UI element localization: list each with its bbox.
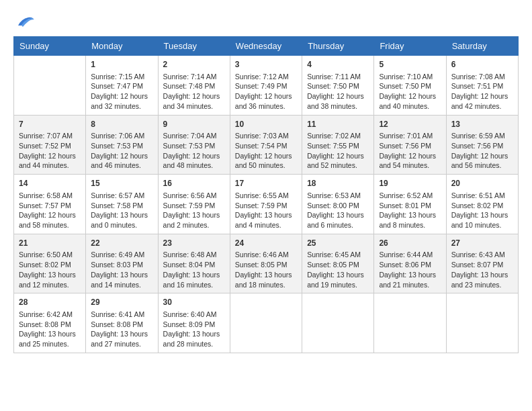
calendar-cell [230, 293, 302, 353]
day-number: 14 [19, 178, 81, 189]
day-info: Sunrise: 7:14 AMSunset: 7:48 PMDaylight:… [163, 72, 225, 111]
day-number: 18 [307, 178, 369, 189]
day-info: Sunrise: 7:11 AMSunset: 7:50 PMDaylight:… [307, 72, 369, 111]
calendar-cell [374, 293, 446, 353]
calendar-cell: 10Sunrise: 7:03 AMSunset: 7:54 PMDayligh… [230, 115, 302, 175]
calendar-cell: 18Sunrise: 6:53 AMSunset: 8:00 PMDayligh… [302, 175, 374, 234]
day-number: 2 [163, 59, 225, 71]
calendar-cell [14, 56, 86, 116]
calendar-cell: 29Sunrise: 6:41 AMSunset: 8:08 PMDayligh… [86, 293, 158, 353]
day-number: 15 [91, 178, 152, 189]
calendar-cell: 8Sunrise: 7:06 AMSunset: 7:53 PMDaylight… [86, 115, 158, 175]
day-info: Sunrise: 6:58 AMSunset: 7:57 PMDaylight:… [19, 191, 81, 230]
day-number: 1 [91, 59, 152, 71]
day-info: Sunrise: 6:50 AMSunset: 8:02 PMDaylight:… [19, 250, 81, 289]
calendar-cell: 23Sunrise: 6:48 AMSunset: 8:04 PMDayligh… [158, 234, 230, 293]
week-row-4: 21Sunrise: 6:50 AMSunset: 8:02 PMDayligh… [14, 234, 519, 293]
calendar-cell: 20Sunrise: 6:51 AMSunset: 8:02 PMDayligh… [446, 175, 518, 234]
header-day-monday: Monday [86, 37, 158, 56]
day-info: Sunrise: 6:45 AMSunset: 8:05 PMDaylight:… [307, 250, 369, 289]
page-header [13, 13, 519, 30]
day-info: Sunrise: 6:48 AMSunset: 8:04 PMDaylight:… [163, 250, 225, 289]
day-info: Sunrise: 6:43 AMSunset: 8:07 PMDaylight:… [451, 250, 513, 289]
logo-bird-icon [15, 13, 35, 30]
day-info: Sunrise: 6:40 AMSunset: 8:09 PMDaylight:… [163, 310, 225, 349]
day-info: Sunrise: 6:51 AMSunset: 8:02 PMDaylight:… [451, 191, 513, 230]
day-number: 13 [451, 119, 513, 130]
day-info: Sunrise: 7:10 AMSunset: 7:50 PMDaylight:… [379, 72, 441, 111]
day-number: 3 [235, 59, 297, 71]
day-number: 19 [379, 178, 441, 189]
day-number: 16 [163, 178, 225, 189]
calendar-cell: 17Sunrise: 6:55 AMSunset: 7:59 PMDayligh… [230, 175, 302, 234]
calendar-cell: 24Sunrise: 6:46 AMSunset: 8:05 PMDayligh… [230, 234, 302, 293]
day-info: Sunrise: 7:04 AMSunset: 7:53 PMDaylight:… [163, 131, 225, 171]
day-number: 7 [19, 119, 81, 130]
calendar-cell: 5Sunrise: 7:10 AMSunset: 7:50 PMDaylight… [374, 56, 446, 116]
calendar-cell: 19Sunrise: 6:52 AMSunset: 8:01 PMDayligh… [374, 175, 446, 234]
day-number: 25 [307, 238, 369, 249]
day-number: 17 [235, 178, 297, 189]
week-row-1: 1Sunrise: 7:15 AMSunset: 7:47 PMDaylight… [14, 56, 519, 116]
week-row-2: 7Sunrise: 7:07 AMSunset: 7:52 PMDaylight… [14, 115, 519, 175]
calendar-table: SundayMondayTuesdayWednesdayThursdayFrid… [13, 36, 519, 353]
day-info: Sunrise: 6:57 AMSunset: 7:58 PMDaylight:… [91, 191, 152, 230]
calendar-cell: 3Sunrise: 7:12 AMSunset: 7:49 PMDaylight… [230, 56, 302, 116]
calendar-cell: 15Sunrise: 6:57 AMSunset: 7:58 PMDayligh… [86, 175, 158, 234]
day-info: Sunrise: 7:15 AMSunset: 7:47 PMDaylight:… [91, 72, 152, 111]
day-info: Sunrise: 7:02 AMSunset: 7:55 PMDaylight:… [307, 131, 369, 171]
header-day-thursday: Thursday [302, 37, 374, 56]
header-day-saturday: Saturday [446, 37, 518, 56]
day-number: 21 [19, 238, 81, 249]
calendar-cell: 14Sunrise: 6:58 AMSunset: 7:57 PMDayligh… [14, 175, 86, 234]
calendar-cell: 26Sunrise: 6:44 AMSunset: 8:06 PMDayligh… [374, 234, 446, 293]
header-day-wednesday: Wednesday [230, 37, 302, 56]
calendar-cell: 9Sunrise: 7:04 AMSunset: 7:53 PMDaylight… [158, 115, 230, 175]
day-info: Sunrise: 7:07 AMSunset: 7:52 PMDaylight:… [19, 131, 81, 171]
header-row: SundayMondayTuesdayWednesdayThursdayFrid… [14, 37, 519, 56]
calendar-cell: 11Sunrise: 7:02 AMSunset: 7:55 PMDayligh… [302, 115, 374, 175]
day-info: Sunrise: 7:08 AMSunset: 7:51 PMDaylight:… [451, 72, 513, 111]
day-info: Sunrise: 7:01 AMSunset: 7:56 PMDaylight:… [379, 131, 441, 171]
calendar-cell: 22Sunrise: 6:49 AMSunset: 8:03 PMDayligh… [86, 234, 158, 293]
day-info: Sunrise: 6:55 AMSunset: 7:59 PMDaylight:… [235, 191, 297, 230]
calendar-cell: 1Sunrise: 7:15 AMSunset: 7:47 PMDaylight… [86, 56, 158, 116]
day-number: 8 [91, 119, 152, 130]
calendar-cell: 16Sunrise: 6:56 AMSunset: 7:59 PMDayligh… [158, 175, 230, 234]
calendar-cell: 27Sunrise: 6:43 AMSunset: 8:07 PMDayligh… [446, 234, 518, 293]
week-row-5: 28Sunrise: 6:42 AMSunset: 8:08 PMDayligh… [14, 293, 519, 353]
header-day-tuesday: Tuesday [158, 37, 230, 56]
day-info: Sunrise: 7:06 AMSunset: 7:53 PMDaylight:… [91, 131, 152, 171]
day-number: 10 [235, 119, 297, 130]
day-info: Sunrise: 6:56 AMSunset: 7:59 PMDaylight:… [163, 191, 225, 230]
calendar-cell: 4Sunrise: 7:11 AMSunset: 7:50 PMDaylight… [302, 56, 374, 116]
day-info: Sunrise: 6:42 AMSunset: 8:08 PMDaylight:… [19, 310, 81, 349]
day-info: Sunrise: 6:53 AMSunset: 8:00 PMDaylight:… [307, 191, 369, 230]
day-info: Sunrise: 6:41 AMSunset: 8:08 PMDaylight:… [91, 310, 152, 349]
day-info: Sunrise: 7:12 AMSunset: 7:49 PMDaylight:… [235, 72, 297, 111]
calendar-cell: 13Sunrise: 6:59 AMSunset: 7:56 PMDayligh… [446, 115, 518, 175]
calendar-cell: 7Sunrise: 7:07 AMSunset: 7:52 PMDaylight… [14, 115, 86, 175]
calendar-cell [302, 293, 374, 353]
header-day-friday: Friday [374, 37, 446, 56]
day-number: 27 [451, 238, 513, 249]
day-number: 26 [379, 238, 441, 249]
calendar-cell: 30Sunrise: 6:40 AMSunset: 8:09 PMDayligh… [158, 293, 230, 353]
day-number: 20 [451, 178, 513, 189]
calendar-cell: 28Sunrise: 6:42 AMSunset: 8:08 PMDayligh… [14, 293, 86, 353]
calendar-cell: 2Sunrise: 7:14 AMSunset: 7:48 PMDaylight… [158, 56, 230, 116]
day-info: Sunrise: 6:52 AMSunset: 8:01 PMDaylight:… [379, 191, 441, 230]
day-number: 29 [91, 297, 152, 308]
day-number: 28 [19, 297, 81, 308]
calendar-cell: 25Sunrise: 6:45 AMSunset: 8:05 PMDayligh… [302, 234, 374, 293]
day-number: 30 [163, 297, 225, 308]
day-number: 6 [451, 59, 513, 71]
day-number: 22 [91, 238, 152, 249]
day-number: 12 [379, 119, 441, 130]
day-info: Sunrise: 7:03 AMSunset: 7:54 PMDaylight:… [235, 131, 297, 171]
calendar-cell: 6Sunrise: 7:08 AMSunset: 7:51 PMDaylight… [446, 56, 518, 116]
day-number: 9 [163, 119, 225, 130]
day-number: 4 [307, 59, 369, 71]
day-number: 24 [235, 238, 297, 249]
day-info: Sunrise: 6:46 AMSunset: 8:05 PMDaylight:… [235, 250, 297, 289]
